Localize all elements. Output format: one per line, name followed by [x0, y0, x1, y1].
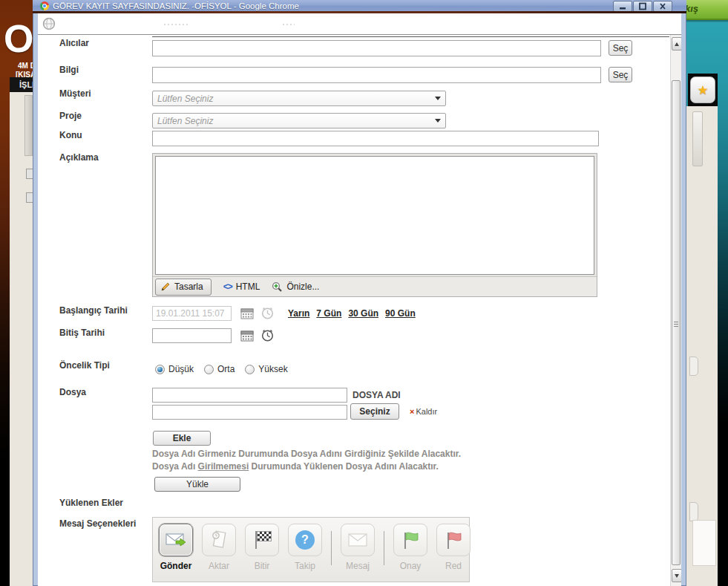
musteri-select-value: Lütfen Seçiniz [157, 94, 435, 104]
kaldir-link[interactable]: Kaldır [410, 407, 437, 416]
radio-yuksek[interactable]: Yüksek [245, 364, 287, 374]
exit-button[interactable]: kış [686, 0, 728, 20]
dosya-sec-input[interactable] [152, 405, 347, 420]
link-90-gun[interactable]: 90 Gün [385, 308, 416, 319]
preview-magnifier-icon [272, 281, 283, 293]
aktar-label: Aktar [209, 561, 229, 571]
window-title: GÖREV KAYIT SAYFASINDASINIZ. -OFİSYOL - … [53, 1, 299, 10]
background-menu-tab[interactable]: İŞLE [10, 77, 33, 92]
background-fragment [692, 520, 716, 566]
ekle-button[interactable]: Ekle [153, 431, 211, 446]
alicilar-input[interactable] [152, 40, 601, 56]
radio-orta[interactable]: Orta [204, 364, 235, 374]
mesaj-option[interactable]: Mesaj [341, 524, 375, 582]
bitir-button[interactable] [245, 524, 279, 556]
proje-select[interactable]: Lütfen Seçiniz [152, 113, 446, 128]
bitis-tarihi-input[interactable] [152, 328, 232, 343]
scroll-down-button[interactable] [672, 569, 681, 582]
favorites-button[interactable] [690, 76, 715, 103]
radio-selected-icon [155, 365, 165, 374]
background-fragment [26, 192, 33, 203]
bitir-option[interactable]: Bitir [245, 524, 279, 582]
onay-button[interactable] [393, 524, 427, 556]
aciklama-editor: Tasarla HTML [152, 153, 597, 297]
konu-input[interactable] [152, 131, 599, 146]
onizle-label: Önizle... [286, 281, 319, 292]
oncelik-tipi-label: Öncelik Tipi [59, 360, 110, 371]
gonder-button[interactable] [159, 524, 193, 556]
bitir-label: Bitir [255, 561, 270, 571]
proje-select-value: Lütfen Seçiniz [157, 116, 435, 126]
aktar-button[interactable] [202, 524, 236, 556]
minimize-icon [618, 2, 627, 10]
dosya-adi-input[interactable] [152, 388, 347, 403]
seciniz-button[interactable]: Seçiniz [350, 403, 399, 420]
calendar-icon[interactable] [240, 330, 254, 342]
window-titlebar[interactable]: GÖREV KAYIT SAYFASINDASINIZ. -OFİSYOL - … [33, 0, 686, 11]
close-icon [658, 2, 667, 10]
link-30-gun[interactable]: 30 Gün [348, 308, 378, 319]
clock-icon[interactable] [260, 328, 275, 342]
red-option[interactable]: Red [436, 524, 470, 582]
bilgi-sec-button[interactable]: Seç [609, 67, 632, 82]
chevron-down-icon [435, 97, 441, 100]
vertical-scrollbar[interactable] [670, 35, 681, 586]
editor-toolbar: Tasarla HTML [153, 276, 597, 296]
code-icon [223, 281, 232, 292]
bilgi-input[interactable] [152, 67, 601, 83]
chrome-popup-window: GÖREV KAYIT SAYFASINDASINIZ. -OFİSYOL - … [33, 0, 686, 586]
musteri-select[interactable]: Lütfen Seçiniz [152, 91, 446, 106]
finish-flag-icon [252, 530, 272, 550]
chevron-down-icon [435, 119, 441, 123]
html-mode-button[interactable]: HTML [223, 281, 260, 292]
close-button[interactable] [653, 1, 672, 11]
background-app-left: OF 4M D [KISA İŞLE [0, 0, 33, 586]
radio-dusuk[interactable]: Düşük [155, 364, 194, 374]
link-7-gun[interactable]: 7 Gün [316, 308, 341, 319]
remove-x-icon [410, 407, 414, 416]
bilgi-label: Bilgi [59, 65, 79, 75]
note2-suffix: Durumunda Yüklenen Dosya Adını Alacaktır… [249, 461, 439, 472]
oncelik-radio-group: Düşük Orta Yüksek [155, 364, 288, 374]
page-content: Alıcılar Seç Bilgi Seç Müşteri Lütfen Se… [38, 34, 681, 586]
tasarla-button[interactable]: Tasarla [155, 279, 211, 296]
background-fragment [689, 502, 698, 521]
address-bar-row [38, 13, 681, 34]
musteri-label: Müşteri [59, 88, 91, 99]
scrollbar-thumb[interactable] [672, 80, 681, 565]
scroll-up-button[interactable] [672, 37, 681, 51]
transfer-page-icon [209, 530, 229, 550]
link-yarin[interactable]: Yarın [288, 308, 309, 319]
alicilar-label: Alıcılar [59, 38, 89, 48]
aktar-option[interactable]: Aktar [202, 524, 236, 582]
aciklama-editor-area[interactable] [155, 156, 594, 275]
onay-option[interactable]: Onay [393, 524, 427, 582]
yukle-button[interactable]: Yükle [154, 477, 240, 492]
form-top-border [152, 36, 669, 37]
yuklenen-ekler-label: Yüklenen Ekler [59, 498, 123, 508]
mesaj-button[interactable] [341, 524, 375, 556]
calendar-icon[interactable] [240, 307, 254, 319]
dosya-label: Dosya [59, 387, 86, 397]
note2-prefix: Dosya Adı [152, 461, 198, 472]
approve-flag-icon [401, 530, 420, 550]
globe-icon [42, 17, 56, 30]
date-quick-links: Yarın 7 Gün 30 Gün 90 Gün [288, 308, 416, 319]
arrow-down-icon [675, 574, 679, 578]
window-controls [613, 1, 672, 11]
onizle-button[interactable]: Önizle... [272, 281, 319, 293]
clock-icon-disabled [260, 306, 275, 320]
gonder-option[interactable]: Gönder [159, 524, 193, 582]
red-button[interactable] [436, 524, 470, 556]
background-fragment [26, 169, 33, 179]
dosya-note-1: Dosya Adı Girmeniz Durumunda Dosya Adını… [152, 449, 461, 459]
background-panel-left [10, 92, 33, 586]
minimize-button[interactable] [613, 1, 632, 11]
chrome-icon [40, 1, 49, 10]
maximize-button[interactable] [633, 1, 652, 11]
alicilar-sec-button[interactable]: Seç [609, 40, 632, 56]
takip-button[interactable] [288, 524, 322, 556]
send-mail-icon [165, 532, 186, 548]
aciklama-label: Açıklama [59, 152, 99, 163]
takip-option[interactable]: Takip [288, 524, 322, 582]
